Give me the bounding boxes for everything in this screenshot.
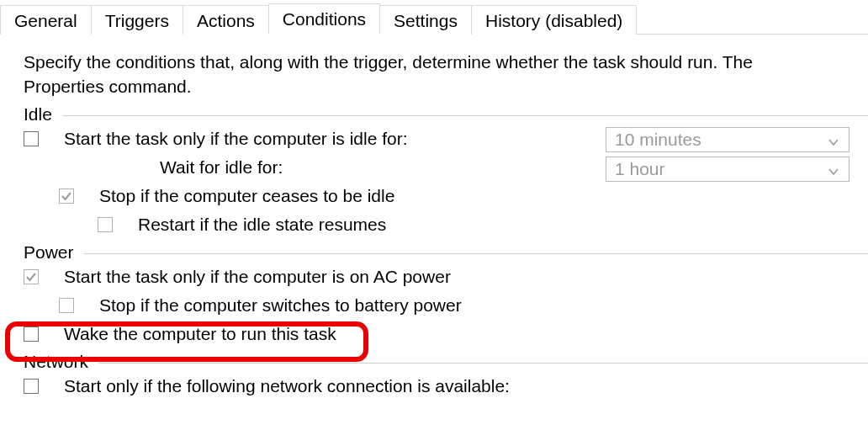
tab-label: Triggers xyxy=(105,11,169,30)
label-start-if-idle: Start the task only if the computer is i… xyxy=(64,129,408,149)
divider xyxy=(62,115,868,116)
tab-strip: General Triggers Actions Conditions Sett… xyxy=(0,0,868,35)
divider xyxy=(98,363,868,364)
checkbox-start-if-idle[interactable] xyxy=(24,131,39,146)
intro-text: Specify the conditions that, along with … xyxy=(24,50,868,99)
combo-idle-for[interactable]: 10 minutes xyxy=(606,127,849,152)
tab-label: History (disabled) xyxy=(485,11,622,30)
tab-actions[interactable]: Actions xyxy=(183,5,269,35)
section-network-title: Network xyxy=(24,352,98,372)
checkbox-start-if-network[interactable] xyxy=(24,379,39,394)
tab-general[interactable]: General xyxy=(0,5,92,35)
conditions-pane: Specify the conditions that, along with … xyxy=(0,35,868,401)
checkbox-stop-if-not-idle[interactable] xyxy=(59,188,74,204)
combo-wait-for[interactable]: 1 hour xyxy=(606,157,849,182)
label-wait-for-idle: Wait for idle for: xyxy=(24,157,283,178)
checkbox-restart-if-idle[interactable] xyxy=(98,217,113,232)
tab-triggers[interactable]: Triggers xyxy=(91,5,183,35)
checkbox-wake-to-run[interactable] xyxy=(24,326,39,342)
tab-settings[interactable]: Settings xyxy=(379,5,472,35)
section-power-header: Power xyxy=(24,242,868,263)
label-stop-on-battery: Stop if the computer switches to battery… xyxy=(99,295,462,316)
label-stop-if-not-idle: Stop if the computer ceases to be idle xyxy=(99,186,394,206)
divider xyxy=(84,253,868,254)
tab-conditions[interactable]: Conditions xyxy=(268,3,380,35)
tab-label: Actions xyxy=(197,11,255,30)
section-idle-title: Idle xyxy=(24,104,62,125)
tab-history[interactable]: History (disabled) xyxy=(471,5,637,35)
tab-label: Settings xyxy=(394,11,458,30)
checkbox-stop-on-battery[interactable] xyxy=(59,298,74,313)
chevron-down-icon xyxy=(827,133,840,153)
section-power-title: Power xyxy=(24,242,84,263)
label-start-on-ac: Start the task only if the computer is o… xyxy=(64,267,451,287)
label-wake-to-run: Wake the computer to run this task xyxy=(64,324,336,344)
combo-wait-for-value: 1 hour xyxy=(615,159,665,179)
section-idle-header: Idle xyxy=(24,104,868,125)
section-network-header: Network xyxy=(24,352,868,372)
chevron-down-icon xyxy=(827,162,840,183)
combo-idle-for-value: 10 minutes xyxy=(615,130,701,150)
label-restart-if-idle: Restart if the idle state resumes xyxy=(138,215,386,235)
checkbox-start-on-ac[interactable] xyxy=(24,269,39,284)
tab-label: General xyxy=(14,11,77,30)
label-start-if-network: Start only if the following network conn… xyxy=(64,376,510,396)
tab-label: Conditions xyxy=(283,9,366,29)
